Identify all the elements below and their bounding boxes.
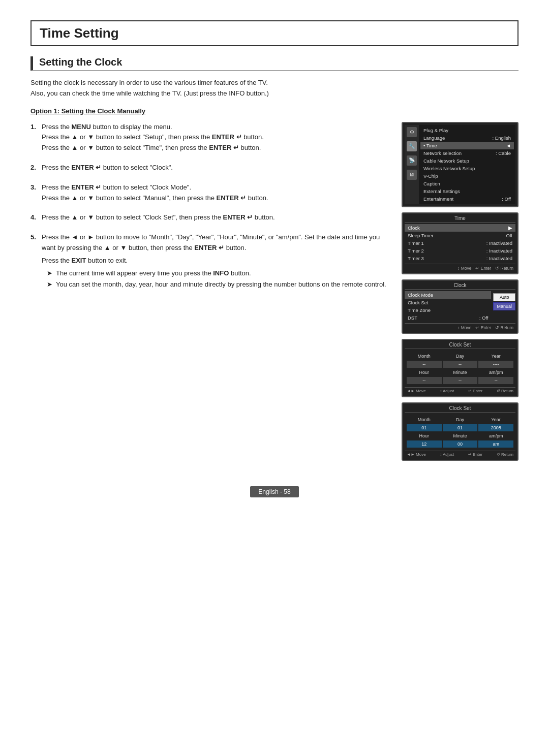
intro-line-2: Also, you can check the time while watch… <box>30 88 518 99</box>
menu-wireless-setup: Wireless Network Setup <box>420 165 514 172</box>
page-footer: English - 58 <box>30 481 518 497</box>
screen-time-title: Time <box>405 215 515 223</box>
menu-vchip: V-Chip <box>420 172 514 180</box>
clockset-header-year: Year <box>478 353 513 360</box>
clockset-f-val-hour: 12 <box>407 440 442 448</box>
clock-menu-dst: DST: Off <box>405 314 491 322</box>
step-5: 5. Press the ◄ or ► button to move to "M… <box>30 232 386 291</box>
screen-clockset-empty-title: Clock Set <box>405 342 515 349</box>
clockset-headers-row1: Month Day Year -- -- ---- Hour Minute am… <box>405 351 515 386</box>
step-4-line-1: Press the ▲ or ▼ button to select "Clock… <box>42 212 386 223</box>
time-menu-sleep: Sleep Timer: Off <box>405 232 515 239</box>
time-menu-timer3: Timer 3: Inactivated <box>405 255 515 262</box>
intro-text: Setting the clock is necessary in order … <box>30 78 518 99</box>
screen-clock-nav: ↕ Move↵ Enter↺ Return <box>405 323 515 331</box>
note-arrow-2: ➤ <box>47 279 54 290</box>
footer-badge: English - 58 <box>250 486 298 497</box>
clockset-val-month: -- <box>407 361 442 368</box>
step-2-line-1: Press the ENTER ↵ button to select "Cloc… <box>42 163 386 173</box>
menu-entertainment: Entertainment: Off <box>420 195 514 203</box>
note-1: ➤ The current time will appear every tim… <box>47 268 386 279</box>
clockset-f-val-year: 2008 <box>478 424 513 431</box>
network-icon: 📡 <box>407 155 417 166</box>
step-5-num: 5. <box>30 232 39 291</box>
step-3-num: 3. <box>30 182 39 204</box>
clock-menu-timezone: Time Zone <box>405 306 491 314</box>
notes: ➤ The current time will appear every tim… <box>47 268 386 291</box>
note-2: ➤ You can set the month, day, year, hour… <box>47 279 386 290</box>
time-menu-clock: Clock▶ <box>405 224 515 232</box>
screen-time-nav: ↕ Move↵ Enter↺ Return <box>405 264 515 271</box>
clockset-val-minute: -- <box>443 377 478 384</box>
note-2-text: You can set the month, day, year, hour a… <box>56 279 386 290</box>
menu-cable-setup: Cable Network Setup <box>420 157 514 165</box>
step-5-content: Press the ◄ or ► button to move to "Mont… <box>42 232 386 291</box>
clockset-header-month: Month <box>407 353 442 360</box>
menu-time: • Time◄ <box>420 142 514 149</box>
step-3-content: Press the ENTER ↵ button to select "Cloc… <box>42 182 386 204</box>
clock-menu-mode: Clock Mode <box>405 291 491 299</box>
instructions-panel: 1. Press the MENU button to display the … <box>30 122 386 461</box>
step-4: 4. Press the ▲ or ▼ button to select "Cl… <box>30 212 386 223</box>
step-2-content: Press the ENTER ↵ button to select "Cloc… <box>42 163 386 173</box>
clockset-f-header-month: Month <box>407 416 442 423</box>
menu-language: Language: English <box>420 134 514 142</box>
step-3: 3. Press the ENTER ↵ button to select "C… <box>30 182 386 204</box>
screenshots-panel: ⚙ 🔧 📡 🖥 Plug & Play Language: English • … <box>402 122 518 461</box>
screen-clockset-empty: Clock Set Month Day Year -- -- ---- Hour… <box>402 339 518 397</box>
clockset-val-ampm: -- <box>478 377 513 384</box>
clockset-f-val-month: 01 <box>407 424 442 431</box>
clockset-val-hour: -- <box>407 377 442 384</box>
screen-setup: ⚙ 🔧 📡 🖥 Plug & Play Language: English • … <box>402 122 518 207</box>
clock-menu-set: Clock Set <box>405 299 491 306</box>
note-1-text: The current time will appear every time … <box>56 268 251 279</box>
clockset-f-header-ampm: am/pm <box>478 432 513 439</box>
clockset-val-year: ---- <box>478 361 513 368</box>
step-2: 2. Press the ENTER ↵ button to select "C… <box>30 163 386 173</box>
time-menu-timer2: Timer 2: Inactivated <box>405 247 515 255</box>
clockset-f-header-minute: Minute <box>443 432 478 439</box>
screen-clock-title: Clock <box>405 282 515 290</box>
step-1: 1. Press the MENU button to display the … <box>30 122 386 153</box>
menu-network-sel: Network selection: Cable <box>420 149 514 157</box>
clockset-f-val-minute: 00 <box>443 440 478 448</box>
screen-clockset-filled-nav: ◄► Move↕ Adjust↵ Enter↺ Return <box>405 451 515 458</box>
clockset-f-val-ampm: am <box>478 440 513 448</box>
screen-clock: Clock Clock Mode Clock Set Time Zone DST… <box>402 279 518 334</box>
step-1-num: 1. <box>30 122 39 153</box>
clockset-header-ampm: am/pm <box>478 369 513 376</box>
setup-sidebar: ⚙ 🔧 📡 🖥 <box>405 125 419 204</box>
menu-external: External Settings <box>420 187 514 195</box>
option-title: Option 1: Setting the Clock Manually <box>30 107 518 115</box>
clockset-f-val-day: 01 <box>443 424 478 431</box>
step-1-line-1: Press the MENU button to display the men… <box>42 122 386 133</box>
menu-caption: Caption <box>420 180 514 187</box>
clockset-header-hour: Hour <box>407 369 442 376</box>
page-title: Time Setting <box>30 20 518 46</box>
step-4-content: Press the ▲ or ▼ button to select "Clock… <box>42 212 386 223</box>
step-3-line-1: Press the ENTER ↵ button to select "Cloc… <box>42 182 386 193</box>
note-arrow-1: ➤ <box>47 268 54 279</box>
step-1-line-3: Press the ▲ or ▼ button to select "Time"… <box>42 143 386 153</box>
step-1-content: Press the MENU button to display the men… <box>42 122 386 153</box>
plug-play-icon: ⚙ <box>407 127 417 137</box>
screen-clockset-empty-nav: ◄► Move↕ Adjust↵ Enter↺ Return <box>405 387 515 394</box>
section-title: Setting the Clock <box>30 56 518 71</box>
screen-clockset-filled-title: Clock Set <box>405 405 515 413</box>
step-4-num: 4. <box>30 212 39 223</box>
screen-time: Time Clock▶ Sleep Timer: Off Timer 1: In… <box>402 212 518 274</box>
step-5-line-1: Press the ◄ or ► button to move to "Mont… <box>42 232 386 254</box>
clockset-f-header-hour: Hour <box>407 432 442 439</box>
clockset-header-day: Day <box>443 353 478 360</box>
menu-plug-play: Plug & Play <box>420 127 514 134</box>
clockset-header-minute: Minute <box>443 369 478 376</box>
clockset-filled-headers-row1: Month Day Year 01 01 2008 Hour Minute am… <box>405 414 515 450</box>
clockset-f-header-year: Year <box>478 416 513 423</box>
setup-menu-content: Plug & Play Language: English • Time◄ Ne… <box>419 125 515 204</box>
clockset-val-day: -- <box>443 361 478 368</box>
step-1-line-2: Press the ▲ or ▼ button to select "Setup… <box>42 132 386 143</box>
display-icon: 🖥 <box>407 170 417 180</box>
clock-mode-auto: Auto <box>493 293 515 301</box>
step-5-line-2: Press the EXIT button to exit. <box>42 256 386 266</box>
intro-line-1: Setting the clock is necessary in order … <box>30 78 518 88</box>
